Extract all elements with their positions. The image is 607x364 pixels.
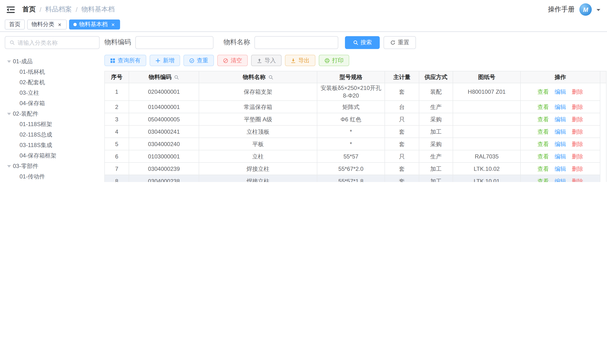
clear-button[interactable]: 清空 xyxy=(217,55,248,66)
view-link[interactable]: 查看 xyxy=(538,129,549,135)
avatar[interactable]: M xyxy=(579,3,592,16)
cell-actions: 查看编辑删除 xyxy=(521,83,600,101)
caret-down-icon[interactable] xyxy=(5,58,13,65)
material-code-label: 物料编码 xyxy=(104,38,131,47)
cell-unit: 套 xyxy=(385,175,419,182)
view-link[interactable]: 查看 xyxy=(538,89,549,95)
cell-index: 2 xyxy=(105,101,129,113)
tab-material-master[interactable]: 物料基本档 xyxy=(69,20,120,29)
delete-link[interactable]: 删除 xyxy=(572,129,583,135)
tree-node[interactable]: 03-立柱 xyxy=(5,88,100,98)
print-button[interactable]: 打印 xyxy=(319,55,349,66)
cell-name: 常温保存箱 xyxy=(199,101,317,113)
table-row[interactable]: 80304000238焊接立柱55*57*1.8套加工LTK.10.01查看编辑… xyxy=(105,175,600,182)
grid-icon xyxy=(110,58,115,63)
delete-link[interactable]: 删除 xyxy=(572,116,583,123)
category-search-input[interactable] xyxy=(18,39,95,46)
tree-node[interactable]: 01-成品 xyxy=(5,56,100,67)
cell-drawing xyxy=(453,138,521,150)
delete-link[interactable]: 删除 xyxy=(572,166,583,172)
caret-down-icon[interactable] xyxy=(5,110,13,117)
table-body: 10204000001保存箱支架安装板δ5×250×210开孔8-Φ20套装配H… xyxy=(105,83,600,182)
tree-node[interactable]: 01-纸杯机 xyxy=(5,67,100,77)
col-name: 物料名称 xyxy=(199,71,317,83)
toolbar: 查询所有 新增 查重 xyxy=(104,55,607,66)
edit-link[interactable]: 编辑 xyxy=(555,129,566,135)
view-link[interactable]: 查看 xyxy=(538,178,549,182)
download-icon xyxy=(291,58,296,63)
edit-link[interactable]: 编辑 xyxy=(555,178,566,182)
table-scrollbar-gutter[interactable] xyxy=(600,71,607,182)
ban-icon xyxy=(223,58,228,63)
cell-unit: 套 xyxy=(385,138,419,150)
table-row[interactable]: 30504000005平垫圈 A级Φ6 红色只采购查看编辑删除 xyxy=(105,113,600,126)
edit-link[interactable]: 编辑 xyxy=(555,89,566,95)
view-link[interactable]: 查看 xyxy=(538,141,549,147)
tree-node[interactable]: 01-118S框架 xyxy=(5,119,100,130)
tree-node[interactable]: 04-保存箱框架 xyxy=(5,150,100,161)
tree-node[interactable]: 04-保存箱 xyxy=(5,98,100,108)
breadcrumb-archive[interactable]: 料品档案 xyxy=(45,5,72,14)
tree-node[interactable]: 01-传动件 xyxy=(5,171,100,182)
caret-down-icon[interactable] xyxy=(5,163,13,169)
top-bar-right: 操作手册 M xyxy=(548,3,600,16)
table-row[interactable]: 10204000001保存箱支架安装板δ5×250×210开孔8-Φ20套装配H… xyxy=(105,83,600,101)
view-link[interactable]: 查看 xyxy=(538,116,549,123)
tree-node[interactable]: 02-装配件 xyxy=(5,108,100,119)
delete-link[interactable]: 删除 xyxy=(572,141,583,147)
tab-material-category[interactable]: 物料分类 xyxy=(27,20,67,29)
tree-node[interactable]: 03-零部件 xyxy=(5,161,100,171)
tab-home[interactable]: 首页 xyxy=(5,20,25,29)
breadcrumb-home[interactable]: 首页 xyxy=(22,5,36,14)
query-all-button[interactable]: 查询所有 xyxy=(104,55,146,66)
delete-link[interactable]: 删除 xyxy=(572,153,583,160)
chevron-down-icon[interactable] xyxy=(596,9,600,13)
edit-link[interactable]: 编辑 xyxy=(555,104,566,110)
edit-link[interactable]: 编辑 xyxy=(555,116,566,123)
column-search-icon[interactable] xyxy=(174,75,179,80)
delete-link[interactable]: 删除 xyxy=(572,89,583,95)
view-link[interactable]: 查看 xyxy=(538,153,549,160)
search-button[interactable]: 搜索 xyxy=(345,36,380,49)
view-link[interactable]: 查看 xyxy=(538,104,549,110)
cell-name: 平板 xyxy=(199,138,317,150)
delete-link[interactable]: 删除 xyxy=(572,178,583,182)
edit-link[interactable]: 编辑 xyxy=(555,153,566,160)
tree-node[interactable]: 02-118S总成 xyxy=(5,130,100,140)
cell-name: 焊接立柱 xyxy=(199,175,317,182)
tree-node[interactable]: 02-配套机 xyxy=(5,77,100,88)
cell-drawing: LTK.10.01 xyxy=(453,175,521,182)
edit-link[interactable]: 编辑 xyxy=(555,166,566,172)
close-icon[interactable] xyxy=(57,22,62,27)
cell-supply: 生产 xyxy=(419,150,453,163)
cell-index: 6 xyxy=(105,150,129,163)
check-duplicate-button[interactable]: 查重 xyxy=(183,55,214,66)
delete-link[interactable]: 删除 xyxy=(572,104,583,110)
table-row[interactable]: 50304000240平板*套采购查看编辑删除 xyxy=(105,138,600,150)
export-button[interactable]: 导出 xyxy=(285,55,316,66)
col-spec: 型号规格 xyxy=(317,71,385,83)
edit-link[interactable]: 编辑 xyxy=(555,141,566,147)
import-button[interactable]: 导入 xyxy=(251,55,282,66)
close-icon[interactable] xyxy=(110,22,116,27)
add-button[interactable]: 新增 xyxy=(150,55,180,66)
view-link[interactable]: 查看 xyxy=(538,166,549,172)
manual-link[interactable]: 操作手册 xyxy=(548,5,575,14)
cell-actions: 查看编辑删除 xyxy=(521,126,600,138)
tree-node[interactable]: 03-118S集成 xyxy=(5,140,100,150)
table-row[interactable]: 20104000001常温保存箱矩阵式台生产查看编辑删除 xyxy=(105,101,600,113)
material-code-input[interactable] xyxy=(135,36,213,49)
cell-index: 8 xyxy=(105,175,129,182)
material-name-input[interactable] xyxy=(254,36,338,49)
table-row[interactable]: 40304000241立柱顶板*套加工查看编辑删除 xyxy=(105,126,600,138)
cell-unit: 只 xyxy=(385,150,419,163)
category-tree: 01-成品01-纸杯机02-配套机03-立柱04-保存箱02-装配件01-118… xyxy=(5,56,100,182)
table-row[interactable]: 70304000239焊接立柱55*67*2.0套加工LTK.10.02查看编辑… xyxy=(105,163,600,175)
tree-node[interactable]: 02-电机 xyxy=(5,182,100,182)
cell-actions: 查看编辑删除 xyxy=(521,175,600,182)
column-search-icon[interactable] xyxy=(268,75,273,80)
check-circle-icon xyxy=(189,58,194,63)
reset-button[interactable]: 重置 xyxy=(384,36,416,49)
sidebar-collapse-icon[interactable] xyxy=(7,6,15,13)
table-row[interactable]: 60103000001立柱55*57只生产RAL7035查看编辑删除 xyxy=(105,150,600,163)
